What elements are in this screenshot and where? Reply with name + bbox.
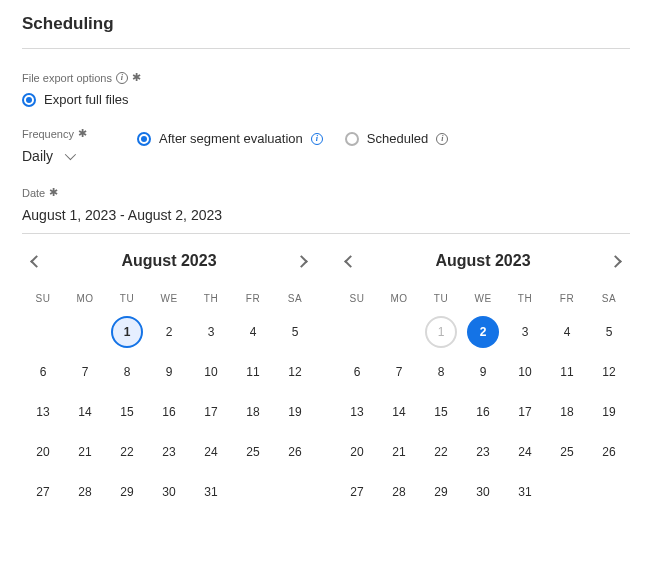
calendar-day[interactable]: 26 bbox=[593, 436, 625, 468]
calendar-day[interactable]: 27 bbox=[27, 476, 59, 508]
scheduled-label: Scheduled bbox=[367, 131, 428, 146]
frequency-value: Daily bbox=[22, 148, 53, 164]
calendar-day[interactable]: 10 bbox=[509, 356, 541, 388]
calendar-day[interactable]: 23 bbox=[467, 436, 499, 468]
calendar-day[interactable]: 29 bbox=[111, 476, 143, 508]
calendar-day[interactable]: 8 bbox=[425, 356, 457, 388]
calendar-day[interactable]: 15 bbox=[425, 396, 457, 428]
calendar-day[interactable]: 31 bbox=[509, 476, 541, 508]
calendar-day[interactable]: 22 bbox=[425, 436, 457, 468]
export-label-text: File export options bbox=[22, 72, 112, 84]
opt-after-eval[interactable]: After segment evaluation i bbox=[137, 131, 323, 146]
divider-bottom bbox=[22, 233, 630, 234]
calendar-day[interactable]: 19 bbox=[279, 396, 311, 428]
calendar-day[interactable]: 14 bbox=[69, 396, 101, 428]
calendar-day[interactable]: 20 bbox=[341, 436, 373, 468]
calendar-day[interactable]: 6 bbox=[341, 356, 373, 388]
calendar-day: 1 bbox=[425, 316, 457, 348]
calendar-day[interactable]: 16 bbox=[467, 396, 499, 428]
prev-month-button[interactable] bbox=[30, 255, 43, 268]
calendar-day[interactable]: 19 bbox=[593, 396, 625, 428]
calendar-day[interactable]: 5 bbox=[279, 316, 311, 348]
calendar-day[interactable]: 18 bbox=[237, 396, 269, 428]
calendar-day[interactable]: 30 bbox=[467, 476, 499, 508]
calendar-day[interactable]: 4 bbox=[237, 316, 269, 348]
date-field-label: Date ✱ bbox=[22, 186, 630, 199]
calendar-day[interactable]: 7 bbox=[69, 356, 101, 388]
calendar-day[interactable]: 13 bbox=[341, 396, 373, 428]
required-asterisk: ✱ bbox=[132, 71, 141, 84]
calendar-day[interactable]: 29 bbox=[425, 476, 457, 508]
dow-header: WE bbox=[462, 284, 504, 312]
dow-header: MO bbox=[378, 284, 420, 312]
calendar-day[interactable]: 22 bbox=[111, 436, 143, 468]
calendar-day[interactable]: 12 bbox=[593, 356, 625, 388]
required-asterisk: ✱ bbox=[49, 186, 58, 199]
calendar-day[interactable]: 12 bbox=[279, 356, 311, 388]
calendar-day[interactable]: 20 bbox=[27, 436, 59, 468]
frequency-select[interactable]: Daily bbox=[22, 148, 87, 164]
prev-month-button[interactable] bbox=[344, 255, 357, 268]
calendar-day[interactable]: 26 bbox=[279, 436, 311, 468]
calendar-day[interactable]: 11 bbox=[237, 356, 269, 388]
calendar-day[interactable]: 31 bbox=[195, 476, 227, 508]
dow-header: SU bbox=[336, 284, 378, 312]
cal-grid: SUMOTUWETHFRSA12345678910111213141516171… bbox=[336, 284, 630, 512]
calendar-day[interactable]: 9 bbox=[467, 356, 499, 388]
calendar-day[interactable]: 25 bbox=[551, 436, 583, 468]
calendar-day[interactable]: 23 bbox=[153, 436, 185, 468]
calendar-day[interactable]: 16 bbox=[153, 396, 185, 428]
calendar-day[interactable]: 4 bbox=[551, 316, 583, 348]
calendar-day[interactable]: 11 bbox=[551, 356, 583, 388]
calendar-day[interactable]: 17 bbox=[509, 396, 541, 428]
calendar-day[interactable]: 9 bbox=[153, 356, 185, 388]
export-label: File export options i ✱ bbox=[22, 71, 630, 84]
date-range-display[interactable]: August 1, 2023 - August 2, 2023 bbox=[22, 207, 630, 223]
calendar-day[interactable]: 7 bbox=[383, 356, 415, 388]
scheduled-radio[interactable] bbox=[345, 132, 359, 146]
calendar-day[interactable]: 6 bbox=[27, 356, 59, 388]
next-month-button[interactable] bbox=[295, 255, 308, 268]
dow-header: TU bbox=[106, 284, 148, 312]
calendar-day[interactable]: 2 bbox=[467, 316, 499, 348]
calendar-day[interactable]: 3 bbox=[195, 316, 227, 348]
calendar-day[interactable]: 13 bbox=[27, 396, 59, 428]
cal-header: August 2023 bbox=[22, 246, 316, 284]
dow-header: FR bbox=[232, 284, 274, 312]
export-full-radio[interactable] bbox=[22, 93, 36, 107]
dow-header: SA bbox=[274, 284, 316, 312]
calendars-container: August 2023 SUMOTUWETHFRSA12345678910111… bbox=[22, 246, 630, 512]
calendar-day[interactable]: 18 bbox=[551, 396, 583, 428]
info-icon[interactable]: i bbox=[311, 133, 323, 145]
frequency-options: After segment evaluation i Scheduled i bbox=[137, 131, 448, 146]
export-full-label: Export full files bbox=[44, 92, 129, 107]
dow-header: SU bbox=[22, 284, 64, 312]
calendar-day[interactable]: 24 bbox=[195, 436, 227, 468]
calendar-day[interactable]: 28 bbox=[383, 476, 415, 508]
calendar-day[interactable]: 21 bbox=[69, 436, 101, 468]
after-eval-radio[interactable] bbox=[137, 132, 151, 146]
calendar-day[interactable]: 1 bbox=[111, 316, 143, 348]
calendar-day[interactable]: 21 bbox=[383, 436, 415, 468]
calendar-day[interactable]: 30 bbox=[153, 476, 185, 508]
opt-scheduled[interactable]: Scheduled i bbox=[345, 131, 448, 146]
after-eval-label: After segment evaluation bbox=[159, 131, 303, 146]
calendar-day[interactable]: 2 bbox=[153, 316, 185, 348]
calendar-day[interactable]: 24 bbox=[509, 436, 541, 468]
calendar-day[interactable]: 10 bbox=[195, 356, 227, 388]
frequency-label-text: Frequency bbox=[22, 128, 74, 140]
calendar-day[interactable]: 5 bbox=[593, 316, 625, 348]
dow-header: TH bbox=[504, 284, 546, 312]
info-icon[interactable]: i bbox=[116, 72, 128, 84]
calendar-day[interactable]: 25 bbox=[237, 436, 269, 468]
info-icon[interactable]: i bbox=[436, 133, 448, 145]
calendar-day[interactable]: 15 bbox=[111, 396, 143, 428]
calendar-day[interactable]: 3 bbox=[509, 316, 541, 348]
calendar-day[interactable]: 17 bbox=[195, 396, 227, 428]
calendar-day[interactable]: 28 bbox=[69, 476, 101, 508]
calendar-end: August 2023 SUMOTUWETHFRSA12345678910111… bbox=[336, 246, 630, 512]
calendar-day[interactable]: 8 bbox=[111, 356, 143, 388]
calendar-day[interactable]: 14 bbox=[383, 396, 415, 428]
next-month-button[interactable] bbox=[609, 255, 622, 268]
calendar-day[interactable]: 27 bbox=[341, 476, 373, 508]
